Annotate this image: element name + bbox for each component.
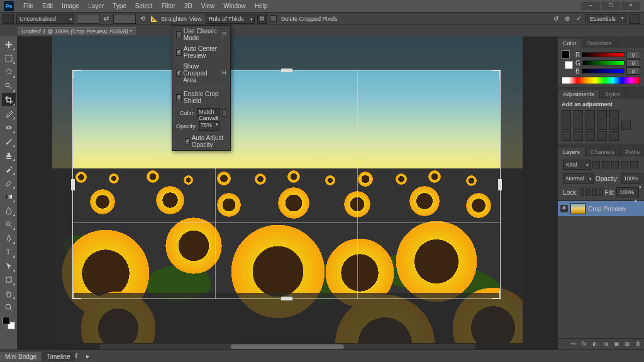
overlay-dropdown[interactable]: Rule of Thirds <box>206 14 255 24</box>
r-value[interactable]: 0 <box>626 51 640 58</box>
lasso-tool[interactable] <box>2 65 16 79</box>
adj-threshold-icon[interactable] <box>586 131 595 141</box>
crop-tool[interactable] <box>2 93 16 106</box>
quick-select-tool[interactable] <box>2 79 16 92</box>
g-value[interactable]: 0 <box>626 59 640 67</box>
menu-filter[interactable]: Filter <box>157 1 180 11</box>
dodge-tool[interactable] <box>2 217 16 231</box>
swatches-tab[interactable]: Swatches <box>582 39 618 48</box>
menu-select[interactable]: Select <box>131 1 157 11</box>
timeline-tab[interactable]: Timeline <box>42 352 75 361</box>
stamp-tool[interactable] <box>2 148 16 162</box>
new-group-icon[interactable]: ▣ <box>613 341 620 348</box>
crop-handle-bottom[interactable] <box>281 297 292 300</box>
adj-levels-icon[interactable] <box>574 110 583 119</box>
menu-3d[interactable]: 3D <box>180 1 197 11</box>
lock-all-icon[interactable] <box>599 189 603 196</box>
minimize-button[interactable]: – <box>581 2 600 10</box>
crop-handle-tr[interactable] <box>492 70 501 79</box>
type-tool[interactable]: T <box>2 245 16 258</box>
g-slider[interactable] <box>582 60 625 65</box>
menu-view[interactable]: View <box>197 1 219 11</box>
filter-pixel-icon[interactable] <box>592 161 600 168</box>
maximize-button[interactable]: □ <box>601 2 620 10</box>
blend-mode-dropdown[interactable]: Normal <box>563 173 594 184</box>
history-brush-tool[interactable] <box>2 162 16 175</box>
b-slider[interactable] <box>582 69 625 74</box>
pen-tool[interactable] <box>2 231 16 244</box>
layer-filter-kind[interactable]: Kind <box>563 160 591 170</box>
adj-posterize-icon[interactable] <box>574 131 583 141</box>
eraser-tool[interactable] <box>2 176 16 189</box>
menu-shield-color[interactable]: Color:Match Canvas <box>172 106 230 119</box>
link-layers-icon[interactable]: ⚯ <box>570 341 577 348</box>
lock-transparent-icon[interactable] <box>580 189 584 196</box>
brush-tool[interactable] <box>2 134 16 148</box>
crop-frame[interactable] <box>72 70 501 299</box>
move-tool[interactable] <box>2 38 16 51</box>
filter-adj-icon[interactable] <box>602 161 609 168</box>
crop-width-input[interactable] <box>77 14 99 24</box>
menu-type[interactable]: Type <box>108 1 131 11</box>
straighten-icon[interactable]: 📐 <box>150 15 158 22</box>
mini-bridge-tab[interactable]: Mini Bridge <box>0 352 42 361</box>
r-slider[interactable] <box>582 52 625 57</box>
zoom-tool[interactable] <box>2 300 16 314</box>
crop-handle-bl[interactable] <box>72 290 81 299</box>
lock-pixels-icon[interactable] <box>586 189 591 196</box>
horizontal-scrollbar[interactable] <box>99 344 475 349</box>
layer-visibility-icon[interactable]: 👁 <box>560 205 568 212</box>
menu-window[interactable]: Window <box>219 1 250 11</box>
hand-tool[interactable] <box>2 287 16 300</box>
layer-fx-icon[interactable]: fx <box>580 341 588 348</box>
color-spectrum[interactable] <box>562 77 640 84</box>
marquee-tool[interactable] <box>2 52 16 65</box>
adj-balance-icon[interactable] <box>574 121 583 130</box>
menu-help[interactable]: Help <box>250 1 272 11</box>
crop-handle-tl[interactable] <box>72 70 81 79</box>
commit-crop-icon[interactable]: ✓ <box>574 15 583 22</box>
adj-bw-icon[interactable] <box>586 121 595 130</box>
layers-tab[interactable]: Layers <box>558 148 586 156</box>
canvas[interactable] <box>18 36 557 349</box>
cancel-crop-icon[interactable]: ⊘ <box>563 15 572 22</box>
layer-opacity-dropdown[interactable]: 100% <box>621 173 643 184</box>
b-value[interactable]: 0 <box>626 67 640 75</box>
filter-smart-icon[interactable] <box>630 161 638 168</box>
delete-cropped-checkbox[interactable] <box>270 15 277 22</box>
clear-icon[interactable]: ⟲ <box>138 15 147 22</box>
crop-settings-gear-icon[interactable]: ⚙ <box>257 14 267 24</box>
styles-tab[interactable]: Styles <box>600 90 626 99</box>
menu-auto-adjust-opacity[interactable]: Auto Adjust Opacity <box>172 133 230 150</box>
shape-tool[interactable] <box>2 273 16 286</box>
menu-auto-center-preview[interactable]: Auto Center Preview <box>172 43 230 61</box>
menu-image[interactable]: Image <box>57 1 84 11</box>
menu-use-classic-mode[interactable]: Use Classic ModeP <box>172 26 230 43</box>
new-layer-icon[interactable]: ▦ <box>623 341 631 348</box>
swap-dimensions-icon[interactable]: ⇄ <box>102 15 111 22</box>
adj-photo-filter-icon[interactable] <box>597 121 607 130</box>
cs-live-icon[interactable] <box>629 14 640 24</box>
shield-opacity-dropdown[interactable]: 75% <box>199 121 220 131</box>
crop-handle-right[interactable] <box>498 179 502 190</box>
foreground-color-swatch[interactable] <box>3 317 10 324</box>
color-swatches[interactable] <box>3 317 15 329</box>
adj-exposure-icon[interactable] <box>597 110 607 119</box>
adj-brightness-icon[interactable] <box>562 110 571 119</box>
adj-vibrance-icon[interactable] <box>609 110 619 119</box>
crop-handle-top[interactable] <box>281 69 292 72</box>
shield-color-dropdown[interactable]: Match Canvas <box>197 108 220 118</box>
healing-tool[interactable] <box>2 121 16 134</box>
adj-lookup-icon[interactable] <box>621 121 631 130</box>
document-tab[interactable]: Untitled-1 @ 100% (Crop Preview, RGB/8) … <box>18 27 136 35</box>
filter-type-icon[interactable] <box>611 161 619 168</box>
layer-row[interactable]: 👁 Crop Preview <box>558 201 644 216</box>
straighten-button[interactable]: Straighten <box>161 16 187 22</box>
filter-shape-icon[interactable] <box>621 161 628 168</box>
panel-fg-swatch[interactable] <box>562 50 570 58</box>
crop-tool-icon[interactable] <box>3 14 14 24</box>
color-tab[interactable]: Color <box>558 39 582 48</box>
eyedropper-tool[interactable] <box>2 107 16 120</box>
fill-dropdown[interactable]: 100% <box>616 187 639 197</box>
lock-position-icon[interactable] <box>592 189 597 196</box>
